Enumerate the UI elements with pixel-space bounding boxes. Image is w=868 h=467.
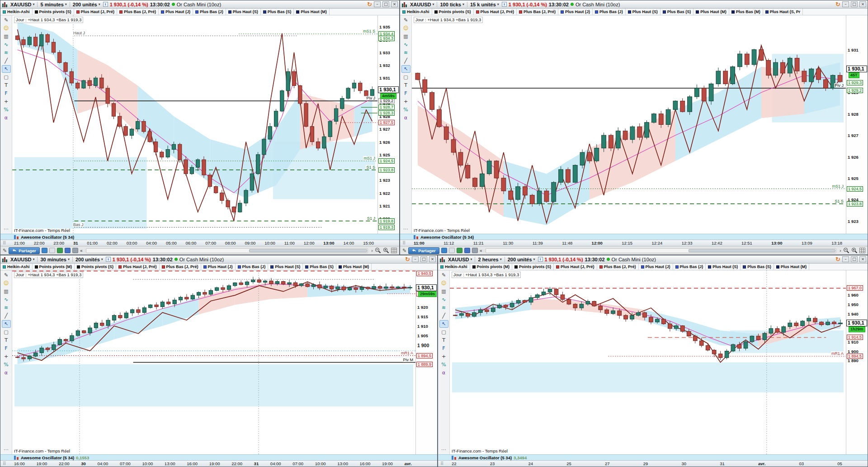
info-icon[interactable]: i: [106, 257, 111, 262]
minimize-button[interactable]: –: [374, 1, 381, 7]
maximize-button[interactable]: □: [851, 1, 858, 7]
panel-handle-icon[interactable]: ⠿: [3, 241, 5, 245]
indicator-chip[interactable]: Plus Haut (J): [639, 264, 673, 270]
indicator-chip[interactable]: Points pivots (S): [33, 9, 74, 15]
chart-area[interactable]: ✎☺▥∿≋╱↖▢TF+%α⋯ Jour : +Haut 1 934,3 +Bas…: [0, 270, 437, 454]
pattern-icon[interactable]: ∿: [439, 296, 448, 303]
text-icon[interactable]: T: [401, 81, 410, 89]
waves-icon[interactable]: ≋: [2, 49, 11, 57]
maximize-button[interactable]: □: [382, 1, 389, 7]
indicator-chip[interactable]: Plus Haut (J, Pré): [74, 9, 118, 15]
timeframe-dropdown[interactable]: 5 minutes▾: [39, 1, 67, 8]
zoom-in-icon[interactable]: [383, 247, 389, 254]
indicator-chip[interactable]: Plus Bas (J, Pré): [597, 264, 639, 270]
refresh-icon[interactable]: ↻: [835, 256, 840, 263]
indicator-chip[interactable]: Plus Bas (J): [236, 264, 269, 270]
emoji-icon[interactable]: ☺: [2, 279, 11, 287]
price-chart[interactable]: [412, 15, 846, 234]
oscillator-legend[interactable]: Awesome Oscillator (5 34) 3,3494: [438, 454, 868, 460]
zoom-in-icon[interactable]: [851, 247, 858, 254]
draw-icon[interactable]: ✎: [439, 271, 448, 279]
trendline-icon[interactable]: ╱: [401, 57, 410, 65]
edit-chart-icon[interactable]: ✎: [402, 248, 406, 254]
pattern-icon[interactable]: ∿: [2, 41, 11, 48]
trash-icon[interactable]: ▥: [2, 33, 11, 40]
percent-icon[interactable]: %: [2, 361, 11, 368]
indicator-chip[interactable]: Heikin-Ashi: [438, 264, 470, 270]
symbol-dropdown[interactable]: XAUUSD▾: [409, 1, 435, 8]
oscillator-legend[interactable]: Awesome Oscillator (5 34): [0, 234, 399, 240]
price-axis[interactable]: 1 9201 9151 9101 9051 9001 940,51 926,81…: [415, 270, 437, 454]
units-dropdown[interactable]: 200 unités▾: [72, 1, 101, 8]
select-icon[interactable]: ▢: [2, 73, 11, 81]
indicator-chip[interactable]: Plus Haut (S): [226, 9, 261, 15]
fibonacci-icon[interactable]: F: [401, 90, 410, 97]
trash-icon[interactable]: ▥: [2, 288, 11, 295]
draw-icon[interactable]: ✎: [2, 271, 11, 279]
more-tools-icon[interactable]: ⋯: [2, 225, 11, 233]
workspace-icon[interactable]: [65, 248, 71, 253]
more-tools-icon[interactable]: ⋯: [2, 446, 11, 453]
waves-icon[interactable]: ≋: [439, 304, 448, 311]
table-icon[interactable]: [57, 248, 63, 253]
alpha-icon[interactable]: α: [401, 114, 410, 122]
maximize-button[interactable]: □: [851, 256, 858, 262]
draw-icon[interactable]: ✎: [2, 16, 11, 24]
indicator-chip[interactable]: Plus Haut (M): [693, 9, 729, 15]
indicator-chip[interactable]: Points pivots (M): [33, 264, 75, 270]
grid-icon[interactable]: [859, 248, 865, 253]
indicator-chip[interactable]: Plus Haut (J, Pré): [116, 264, 160, 270]
indicator-chip[interactable]: Plus Bas (S): [303, 264, 336, 270]
timeframe-dropdown[interactable]: 100 ticks▾: [439, 1, 465, 8]
minimize-button[interactable]: –: [412, 256, 419, 262]
fibonacci-icon[interactable]: F: [2, 90, 11, 97]
symbol-dropdown[interactable]: XAUUSD▾: [9, 1, 35, 8]
share-button[interactable]: Partager: [408, 247, 439, 254]
chat-icon[interactable]: [441, 248, 447, 253]
alpha-icon[interactable]: α: [439, 369, 448, 377]
minimize-button[interactable]: –: [842, 1, 849, 7]
close-button[interactable]: ×: [859, 1, 866, 7]
indicator-chip[interactable]: Plus Bas (M): [729, 9, 763, 15]
workspace-icon[interactable]: [464, 248, 470, 253]
panel-handle-icon[interactable]: ⠿: [440, 461, 443, 466]
indicator-chip[interactable]: Heikin-Ashi: [0, 9, 33, 15]
indicator-chip[interactable]: Plus Haut (S): [268, 264, 303, 270]
window-titlebar[interactable]: XAUUSD▾ 30 minutes▾ 200 unités▾ i 1 930,…: [0, 255, 437, 264]
scrollbar-thumb[interactable]: [249, 249, 367, 252]
price-axis[interactable]: 1 9601 9501 9401 9101 9001 8901 967,01 9…: [846, 270, 868, 454]
screenshot-icon[interactable]: [49, 248, 55, 253]
indicator-chip[interactable]: Points pivots (M): [470, 264, 513, 270]
price-axis[interactable]: 1 9351 9341 9331 9321 9311 9291 9281 927…: [377, 15, 399, 234]
more-tools-icon[interactable]: ⋯: [401, 225, 410, 233]
print-icon[interactable]: [72, 248, 78, 253]
info-icon[interactable]: i: [103, 2, 108, 7]
text-icon[interactable]: T: [2, 81, 11, 89]
trash-icon[interactable]: ▥: [439, 288, 448, 295]
time-axis[interactable]: ⠿16:0019:0022:003004:0007:0010:0013:0016…: [0, 460, 437, 467]
trendline-icon[interactable]: ╱: [439, 312, 448, 320]
refresh-icon[interactable]: ↻: [367, 1, 372, 8]
indicator-chip[interactable]: Heikin-Ashi: [0, 264, 33, 270]
fibonacci-icon[interactable]: F: [439, 344, 448, 352]
oscillator-legend[interactable]: Awesome Oscillator (5 34) 0,1553: [0, 454, 437, 460]
indicator-chip[interactable]: Plus Haut (S, Pr: [763, 9, 803, 15]
indicator-chip[interactable]: Plus Bas (J): [193, 9, 226, 15]
close-button[interactable]: ×: [391, 1, 398, 7]
refresh-icon[interactable]: ↻: [835, 1, 840, 8]
minimize-button[interactable]: –: [842, 256, 849, 262]
indicator-chip[interactable]: Points pivots (S): [75, 264, 116, 270]
timeframe-dropdown[interactable]: 2 heures▾: [477, 256, 502, 263]
grid-icon[interactable]: [391, 248, 397, 253]
chat-icon[interactable]: [42, 248, 47, 253]
chart-area[interactable]: ✎☺▥∿≋╱↖▢TF+%α⋯ Jour : +Haut 1 934,3 +Bas…: [438, 270, 868, 454]
table-icon[interactable]: [457, 248, 462, 253]
select-icon[interactable]: ▢: [2, 328, 11, 336]
info-icon[interactable]: i: [538, 257, 543, 262]
cursor-icon[interactable]: ↖: [2, 65, 11, 73]
scrollbar-thumb[interactable]: [689, 249, 835, 252]
indicator-chip[interactable]: Plus Haut (J, Pré): [554, 264, 597, 270]
select-icon[interactable]: ▢: [401, 73, 410, 81]
scroll-left-icon[interactable]: «: [80, 248, 83, 253]
oscillator-legend[interactable]: Awesome Oscillator (5 34): [400, 234, 868, 240]
